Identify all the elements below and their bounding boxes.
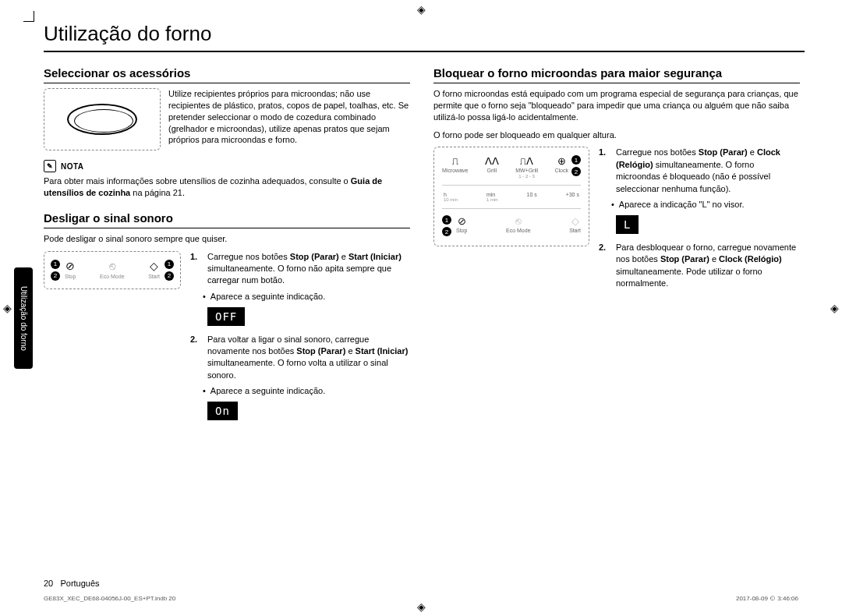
step-text: Carregue nos botões Stop (Parar) e Clock… [616, 147, 800, 195]
note-text: Para obter mais informações sobre utensí… [44, 175, 410, 199]
note-icon: ✎ [44, 160, 56, 172]
stop-icon: ⊘Stop [456, 215, 467, 233]
step-number: 2. [190, 334, 201, 382]
step2-bullet: Aparece a seguinte indicação. [203, 386, 410, 395]
heading-accessories: Seleccionar os acessórios [44, 66, 410, 83]
ten-s-label: 10 s [527, 192, 537, 202]
start-icon: ◇ [150, 260, 158, 272]
microwave-icon: ⎍Microwave [442, 155, 468, 179]
print-info-left: GE83X_XEC_DE68-04056J-00_ES+PT.indb 20 [44, 595, 175, 602]
registration-mark-bottom: ◈ [417, 600, 426, 613]
display-L: L [616, 215, 639, 234]
eco-label: Eco Mode [100, 274, 125, 279]
control-panel-illustration: 1 2 ⊘ Stop ⎋ Eco Mode [44, 251, 181, 289]
min-label: min1 min [486, 192, 498, 202]
callout-1: 1 [51, 260, 60, 269]
registration-mark-right: ◈ [830, 302, 839, 314]
start-label: Start [148, 274, 160, 279]
accessories-text: Utilize recipientes próprios para microo… [168, 88, 410, 146]
right-column: Bloquear o forno microondas para maior s… [433, 66, 800, 437]
callout-2: 2 [165, 271, 174, 281]
callout-1: 1 [165, 260, 174, 269]
clock-icon: ⊕Clock [554, 155, 568, 173]
note-text-part: Para obter mais informações sobre utensí… [44, 176, 351, 186]
display-on: On [207, 402, 238, 420]
grill-icon: ⴷⴷGrill [485, 155, 499, 179]
print-info-right: 2017-08-09 ⏲ 3:46:06 [736, 595, 798, 602]
footer: 20 Português [44, 579, 100, 588]
registration-mark-left: ◈ [3, 302, 12, 314]
accessory-illustration-box [44, 88, 161, 150]
eco-icon: ⎋ [109, 260, 115, 272]
lock-intro-2: O forno pode ser bloqueado em qualquer a… [433, 129, 800, 141]
left-column: Seleccionar os acessórios Utilize recipi… [44, 66, 410, 437]
lock-steps: 1. Carregue nos botões Stop (Parar) e Cl… [599, 147, 800, 294]
callouts-left: 1 2 [51, 260, 60, 281]
start-icon: ◇Start [569, 215, 581, 233]
lock-step1-bullet: Aparece a indicação "L" no visor. [611, 200, 800, 209]
thirty-s-label: +30 s [566, 192, 579, 202]
mwgrill-icon: ⎍ⴷMW+Grill1 - 2 - 3 [515, 155, 538, 179]
turntable-icon [67, 104, 137, 135]
note-label: NOTA [61, 162, 84, 171]
callouts-clock: 1 2 [571, 155, 581, 176]
footer-lang: Português [60, 579, 99, 588]
lock-panel-illustration: ⎍Microwave ⴷⴷGrill ⎍ⴷMW+Grill1 - 2 - 3 ⊕… [433, 147, 589, 246]
step-number: 1. [599, 147, 610, 195]
step-text: Carregue nos botões Stop (Parar) e Start… [207, 251, 410, 287]
page-number: 20 [44, 579, 53, 588]
stop-icon: ⊘ [65, 260, 75, 272]
note-text-part: na página 21. [130, 188, 185, 197]
h-label: h10 min [444, 192, 458, 202]
side-tab: Utilização do forno [14, 267, 33, 369]
step-text: Para desbloquear o forno, carregue novam… [616, 242, 800, 290]
sound-steps: 1. Carregue nos botões Stop (Parar) e St… [190, 251, 410, 429]
lock-intro-1: O forno microondas está equipado com um … [433, 88, 800, 123]
page-title: Utilização do forno [44, 22, 805, 52]
step1-bullet: Aparece a seguinte indicação. [203, 292, 410, 301]
registration-mark-top: ◈ [417, 3, 426, 16]
eco-button-icon: ⎋ Eco Mode [100, 260, 125, 279]
callout-2: 2 [51, 271, 60, 281]
step-number: 2. [599, 242, 610, 290]
start-button-icon: ◇ Start [148, 260, 160, 279]
step-text: Para voltar a ligar o sinal sonoro, carr… [207, 334, 410, 382]
page-content: Utilização do forno Utilização do forno … [44, 22, 805, 583]
sound-intro: Pode desligar o sinal sonoro sempre que … [44, 233, 410, 245]
eco-icon: ⎋Eco Mode [506, 215, 531, 233]
heading-sound: Desligar o sinal sonoro [44, 211, 410, 228]
stop-button-icon: ⊘ Stop [65, 260, 76, 279]
crop-mark [23, 11, 44, 31]
callouts-right: 1 2 [165, 260, 174, 281]
display-off: OFF [207, 307, 245, 326]
stop-label: Stop [65, 274, 76, 279]
callouts-stop: 1 2 [442, 215, 451, 236]
heading-lock: Bloquear o forno microondas para maior s… [433, 66, 800, 83]
step-number: 1. [190, 251, 201, 287]
